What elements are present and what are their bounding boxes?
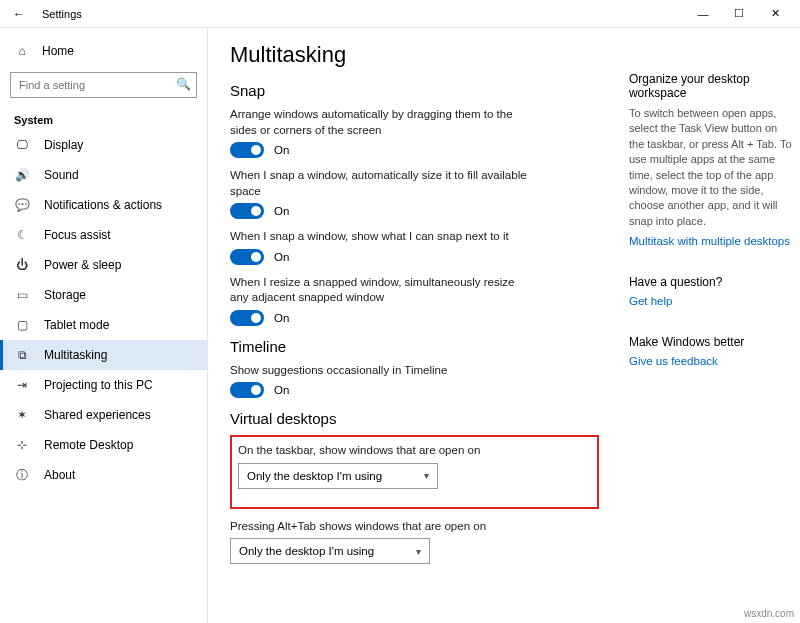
vd-taskbar-select[interactable]: Only the desktop I'm using ▾ — [238, 463, 438, 489]
shared-icon: ✶ — [14, 407, 30, 423]
snap-desc-3: When I snap a window, show what I can sn… — [230, 229, 530, 245]
home-label: Home — [42, 44, 74, 58]
toggle-state: On — [274, 205, 289, 217]
sound-icon: 🔊 — [14, 167, 30, 183]
page-title: Multitasking — [230, 42, 599, 68]
back-button[interactable]: ← — [8, 3, 30, 25]
sidebar-item-notifications[interactable]: 💬Notifications & actions — [0, 190, 207, 220]
sidebar: ⌂ Home 🔍 System 🖵Display 🔊Sound 💬Notific… — [0, 28, 208, 623]
workspace-text: To switch between open apps, select the … — [629, 106, 794, 229]
multitasking-icon: ⧉ — [14, 347, 30, 363]
select-value: Only the desktop I'm using — [239, 545, 374, 557]
multitask-link[interactable]: Multitask with multiple desktops — [629, 235, 794, 247]
sidebar-item-label: Tablet mode — [44, 318, 109, 332]
home-button[interactable]: ⌂ Home — [0, 36, 207, 66]
get-help-link[interactable]: Get help — [629, 295, 794, 307]
sidebar-item-label: Power & sleep — [44, 258, 121, 272]
snap-heading: Snap — [230, 82, 599, 99]
search-input[interactable] — [10, 72, 197, 98]
notifications-icon: 💬 — [14, 197, 30, 213]
snap-desc-1: Arrange windows automatically by draggin… — [230, 107, 530, 138]
sidebar-item-power-sleep[interactable]: ⏻Power & sleep — [0, 250, 207, 280]
sidebar-item-label: Focus assist — [44, 228, 111, 242]
sidebar-item-remote-desktop[interactable]: ⊹Remote Desktop — [0, 430, 207, 460]
sidebar-item-about[interactable]: ⓘAbout — [0, 460, 207, 490]
content-area: Multitasking Snap Arrange windows automa… — [230, 42, 599, 609]
better-heading: Make Windows better — [629, 335, 794, 349]
toggle-state: On — [274, 384, 289, 396]
highlighted-setting: On the taskbar, show windows that are op… — [230, 435, 599, 509]
projecting-icon: ⇥ — [14, 377, 30, 393]
timeline-toggle[interactable] — [230, 382, 264, 398]
search-box[interactable]: 🔍 — [10, 72, 197, 98]
back-icon: ← — [13, 7, 25, 21]
sidebar-item-projecting[interactable]: ⇥Projecting to this PC — [0, 370, 207, 400]
vd-alttab-select[interactable]: Only the desktop I'm using ▾ — [230, 538, 430, 564]
aside-panel: Organize your desktop workspace To switc… — [629, 42, 794, 609]
question-heading: Have a question? — [629, 275, 794, 289]
workspace-heading: Organize your desktop workspace — [629, 72, 794, 100]
sidebar-item-shared-experiences[interactable]: ✶Shared experiences — [0, 400, 207, 430]
sidebar-item-display[interactable]: 🖵Display — [0, 130, 207, 160]
tablet-icon: ▢ — [14, 317, 30, 333]
window-title: Settings — [42, 8, 82, 20]
sidebar-item-focus-assist[interactable]: ☾Focus assist — [0, 220, 207, 250]
sidebar-item-label: Notifications & actions — [44, 198, 162, 212]
vd-taskbar-label: On the taskbar, show windows that are op… — [238, 443, 538, 459]
timeline-heading: Timeline — [230, 338, 599, 355]
chevron-down-icon: ▾ — [424, 470, 429, 481]
sidebar-item-label: Sound — [44, 168, 79, 182]
home-icon: ⌂ — [14, 43, 30, 59]
focus-icon: ☾ — [14, 227, 30, 243]
snap-toggle-2[interactable] — [230, 203, 264, 219]
vd-alttab-label: Pressing Alt+Tab shows windows that are … — [230, 519, 530, 535]
power-icon: ⏻ — [14, 257, 30, 273]
sidebar-item-label: About — [44, 468, 75, 482]
virtual-desktops-heading: Virtual desktops — [230, 410, 599, 427]
select-value: Only the desktop I'm using — [247, 470, 382, 482]
feedback-link[interactable]: Give us feedback — [629, 355, 794, 367]
toggle-state: On — [274, 144, 289, 156]
close-button[interactable]: ✕ — [758, 3, 792, 25]
snap-desc-2: When I snap a window, automatically size… — [230, 168, 530, 199]
snap-toggle-4[interactable] — [230, 310, 264, 326]
watermark: wsxdn.com — [744, 608, 794, 619]
sidebar-item-label: Display — [44, 138, 83, 152]
chevron-down-icon: ▾ — [416, 546, 421, 557]
section-label: System — [0, 108, 207, 130]
about-icon: ⓘ — [14, 467, 30, 483]
sidebar-item-label: Shared experiences — [44, 408, 151, 422]
timeline-desc: Show suggestions occasionally in Timelin… — [230, 363, 530, 379]
titlebar: ← Settings — ☐ ✕ — [0, 0, 800, 28]
maximize-button[interactable]: ☐ — [722, 3, 756, 25]
sidebar-item-tablet-mode[interactable]: ▢Tablet mode — [0, 310, 207, 340]
sidebar-item-label: Projecting to this PC — [44, 378, 153, 392]
sidebar-item-storage[interactable]: ▭Storage — [0, 280, 207, 310]
storage-icon: ▭ — [14, 287, 30, 303]
sidebar-item-sound[interactable]: 🔊Sound — [0, 160, 207, 190]
sidebar-item-multitasking[interactable]: ⧉Multitasking — [0, 340, 207, 370]
sidebar-item-label: Remote Desktop — [44, 438, 133, 452]
toggle-state: On — [274, 312, 289, 324]
snap-toggle-1[interactable] — [230, 142, 264, 158]
sidebar-item-label: Multitasking — [44, 348, 107, 362]
minimize-button[interactable]: — — [686, 3, 720, 25]
search-icon: 🔍 — [176, 77, 191, 91]
remote-icon: ⊹ — [14, 437, 30, 453]
toggle-state: On — [274, 251, 289, 263]
snap-toggle-3[interactable] — [230, 249, 264, 265]
display-icon: 🖵 — [14, 137, 30, 153]
sidebar-item-label: Storage — [44, 288, 86, 302]
snap-desc-4: When I resize a snapped window, simultan… — [230, 275, 530, 306]
